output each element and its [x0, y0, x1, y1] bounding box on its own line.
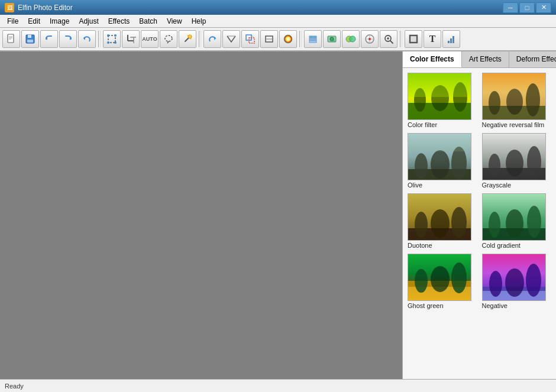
crop-button[interactable]	[122, 30, 140, 48]
flatten-button[interactable]	[260, 30, 278, 48]
menu-edit[interactable]: Edit	[23, 16, 45, 27]
svg-rect-69	[408, 134, 471, 151]
svg-point-84	[506, 209, 523, 238]
rotate-ccw-button[interactable]	[78, 30, 96, 48]
svg-point-77	[415, 212, 428, 238]
svg-point-68	[431, 150, 450, 179]
svg-rect-0	[8, 34, 14, 43]
effect-cold-gradient[interactable]: Cold gradient	[480, 191, 554, 251]
close-button[interactable]: ✕	[536, 2, 551, 13]
flip-button[interactable]	[222, 30, 240, 48]
svg-point-43	[368, 38, 371, 40]
toolbar-sep-1	[98, 31, 101, 47]
menu-view[interactable]: View	[162, 16, 187, 27]
menu-help[interactable]: Help	[187, 16, 211, 27]
redo-button[interactable]	[59, 30, 77, 48]
title-bar-left: 🖼 Elfin Photo Editor	[5, 3, 73, 12]
canvas-area[interactable]	[0, 51, 402, 379]
svg-point-67	[451, 147, 467, 180]
resize-button[interactable]	[241, 30, 259, 48]
svg-point-21	[188, 35, 192, 38]
effect-negative-reversal[interactable]: Negative reversal film	[480, 70, 554, 131]
svg-point-82	[489, 212, 500, 238]
svg-rect-34	[309, 38, 316, 40]
border-button[interactable]	[405, 30, 422, 48]
svg-point-39	[350, 36, 355, 42]
svg-point-90	[431, 266, 450, 292]
effect-label-ghost-green: Ghost green	[408, 302, 444, 309]
svg-point-63	[506, 89, 523, 115]
svg-point-94	[489, 271, 502, 297]
svg-rect-10	[108, 35, 115, 43]
svg-rect-58	[408, 73, 471, 97]
toolbar-sep-3	[299, 31, 302, 47]
effect-label-negative: Negative	[482, 302, 507, 309]
tab-color-effects[interactable]: Color Effects	[403, 51, 462, 67]
svg-point-96	[505, 268, 524, 297]
map-button[interactable]	[361, 30, 379, 48]
tab-art-effects[interactable]: Art Effects	[462, 51, 509, 67]
svg-rect-5	[28, 35, 31, 38]
effect-color-filter[interactable]: Color filter	[405, 70, 480, 131]
effects-scroll-area[interactable]: Color filter	[403, 68, 556, 379]
effect-negative[interactable]: Negative	[480, 251, 554, 312]
select-button[interactable]	[103, 30, 121, 48]
effect-thumb-color-filter	[408, 73, 471, 120]
menu-batch[interactable]: Batch	[134, 16, 162, 27]
effect-thumb-cold-gradient	[482, 193, 546, 241]
maximize-button[interactable]: □	[519, 2, 535, 13]
svg-point-11	[107, 34, 109, 37]
menu-image[interactable]: Image	[45, 16, 74, 27]
effects-btn[interactable]	[342, 30, 360, 48]
effect-label-negative-reversal: Negative reversal film	[482, 121, 545, 128]
effect-grayscale[interactable]: Grayscale	[480, 131, 554, 191]
histogram-button[interactable]	[442, 30, 460, 48]
svg-point-61	[489, 91, 500, 115]
save-button[interactable]	[21, 30, 39, 48]
menu-adjust[interactable]: Adjust	[74, 16, 103, 27]
effect-thumb-negative	[482, 254, 546, 301]
effect-label-olive: Olive	[408, 182, 422, 189]
text-button[interactable]: T	[424, 30, 441, 48]
svg-point-14	[107, 41, 109, 44]
effect-thumb-negative-reversal	[482, 73, 546, 120]
magic-wand-button[interactable]	[179, 30, 196, 48]
undo-button[interactable]	[40, 30, 58, 48]
svg-point-13	[114, 41, 117, 44]
status-text: Ready	[5, 383, 24, 390]
effect-thumb-grayscale	[482, 133, 546, 180]
svg-rect-49	[411, 37, 416, 41]
menu-file[interactable]: File	[2, 16, 23, 27]
effect-thumb-olive	[408, 133, 471, 180]
svg-line-24	[190, 34, 190, 35]
svg-point-66	[415, 153, 428, 179]
svg-point-89	[451, 263, 467, 293]
zoom-button[interactable]	[380, 30, 397, 48]
layers-button[interactable]	[304, 30, 322, 48]
toolbar-sep-4	[400, 31, 402, 47]
effect-duotone[interactable]: Duotone	[405, 191, 480, 251]
toolbar-sep-2	[199, 31, 201, 47]
photo-button[interactable]	[323, 30, 341, 48]
app-icon: 🖼	[5, 3, 14, 12]
svg-point-83	[527, 206, 541, 238]
effect-olive[interactable]: Olive	[405, 131, 480, 191]
effect-label-duotone: Duotone	[408, 242, 432, 249]
menu-bar: File Edit Image Adjust Effects Batch Vie…	[0, 15, 556, 28]
toolbar: AUTO T	[0, 28, 556, 51]
lasso-button[interactable]	[160, 30, 177, 48]
minimize-button[interactable]: ─	[503, 2, 518, 13]
svg-rect-35	[309, 36, 316, 38]
rotate-cw-button[interactable]	[203, 30, 221, 48]
main-area: Color Effects Art Effects Deform Effects	[0, 51, 556, 379]
effect-ghost-green[interactable]: Ghost green	[405, 251, 480, 312]
menu-effects[interactable]: Effects	[104, 16, 134, 27]
svg-point-72	[489, 154, 500, 177]
color-button[interactable]	[279, 30, 297, 48]
auto-button[interactable]: AUTO	[141, 30, 159, 48]
svg-point-79	[431, 209, 450, 238]
svg-rect-51	[450, 38, 452, 43]
new-button[interactable]	[2, 30, 20, 48]
tab-deform-effects[interactable]: Deform Effects	[509, 51, 556, 67]
svg-rect-52	[452, 36, 454, 43]
